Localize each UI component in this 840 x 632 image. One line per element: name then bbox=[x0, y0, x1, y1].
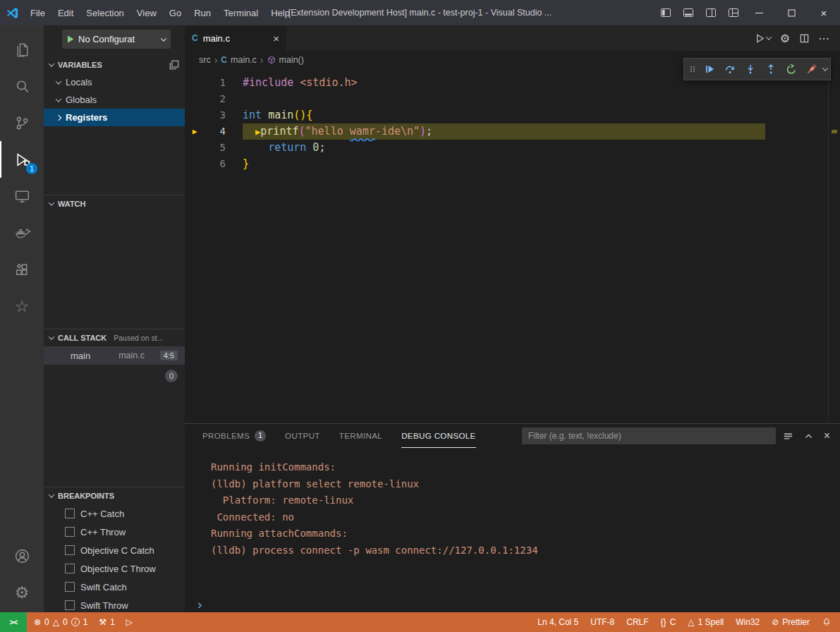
breakpoint-item[interactable]: Objective C Throw bbox=[44, 559, 185, 578]
customize-layout-icon[interactable] bbox=[726, 6, 741, 20]
explorer-icon[interactable] bbox=[0, 31, 44, 68]
console-line[interactable]: Platform: remote-linux bbox=[211, 492, 840, 509]
call-stack-frame[interactable]: main main.c 4:5 bbox=[44, 346, 185, 365]
continue-icon[interactable] bbox=[700, 60, 719, 78]
console-filter-input[interactable] bbox=[522, 427, 776, 444]
spell-checker-status[interactable]: △ 1 Spell bbox=[688, 617, 724, 627]
console-line[interactable]: (lldb) platform select remote-linux bbox=[211, 476, 840, 493]
tab-debug-console[interactable]: DEBUG CONSOLE bbox=[401, 424, 476, 448]
maximize-button[interactable] bbox=[775, 0, 808, 25]
console-line[interactable]: Running attachCommands: bbox=[211, 525, 840, 542]
console-line[interactable]: (lldb) process connect -p wasm connect:/… bbox=[211, 542, 840, 559]
debug-config-dropdown[interactable]: No Configurat bbox=[62, 30, 171, 49]
tools-status[interactable]: ⚒ 1 bbox=[99, 617, 114, 627]
search-icon[interactable] bbox=[0, 68, 44, 104]
menu-edit[interactable]: Edit bbox=[51, 0, 80, 25]
breakpoint-checkbox[interactable] bbox=[65, 582, 75, 592]
close-button[interactable]: × bbox=[808, 0, 840, 25]
run-file-button[interactable] bbox=[755, 33, 771, 44]
console-line[interactable]: Connected: no bbox=[211, 509, 840, 526]
minimize-button[interactable] bbox=[743, 0, 775, 25]
code-line-content[interactable]: } bbox=[243, 156, 249, 172]
variables-header[interactable]: VARIABLES bbox=[44, 56, 185, 73]
code-line[interactable]: ▶4 ▶printf("hello wamr-ide\n"); bbox=[185, 123, 840, 140]
more-actions-icon[interactable]: ··· bbox=[819, 33, 830, 44]
watch-header[interactable]: WATCH bbox=[44, 195, 185, 212]
source-control-icon[interactable] bbox=[0, 104, 44, 141]
debug-status-icon[interactable]: ▷ bbox=[126, 617, 133, 627]
split-editor-icon[interactable] bbox=[799, 33, 810, 44]
restart-icon[interactable] bbox=[782, 60, 801, 78]
remote-explorer-icon[interactable] bbox=[0, 178, 44, 214]
menu-go[interactable]: Go bbox=[163, 0, 188, 25]
code-line-content[interactable]: #include <stdio.h> bbox=[243, 75, 358, 91]
toolbar-drag-handle[interactable] bbox=[687, 60, 698, 78]
tab-terminal[interactable]: TERMINAL bbox=[339, 424, 382, 448]
step-over-icon[interactable] bbox=[721, 60, 739, 78]
tab-main-c[interactable]: C main.c × bbox=[185, 25, 286, 51]
breakpoint-checkbox[interactable] bbox=[65, 564, 75, 573]
breakpoint-checkbox[interactable] bbox=[65, 545, 75, 555]
code-line[interactable]: 6} bbox=[185, 156, 840, 172]
debug-current-line-arrow-icon[interactable]: ▶ bbox=[185, 123, 205, 140]
call-stack-header[interactable]: CALL STACK Paused on st... bbox=[44, 329, 185, 346]
maximize-panel-icon[interactable] bbox=[804, 432, 813, 441]
breakpoint-item[interactable]: Swift Throw bbox=[44, 596, 185, 612]
breadcrumb-folder[interactable]: src bbox=[199, 55, 211, 65]
output-options-icon[interactable] bbox=[783, 431, 793, 442]
breakpoint-item[interactable]: Swift Catch bbox=[44, 578, 185, 596]
docker-icon[interactable] bbox=[0, 214, 44, 251]
eol-indicator[interactable]: CRLF bbox=[626, 617, 648, 627]
step-into-icon[interactable] bbox=[741, 60, 760, 78]
toggle-secondary-sidebar-icon[interactable] bbox=[704, 6, 718, 20]
variables-item-registers[interactable]: Registers bbox=[44, 109, 185, 126]
breakpoint-checkbox[interactable] bbox=[65, 600, 75, 610]
run-and-debug-icon[interactable]: 1 bbox=[0, 141, 44, 178]
overview-ruler[interactable] bbox=[828, 69, 840, 423]
settings-gear-icon[interactable]: ⚙ bbox=[780, 32, 790, 45]
close-panel-icon[interactable]: × bbox=[824, 430, 830, 442]
chevron-down-icon[interactable] bbox=[822, 65, 828, 71]
breakpoint-item[interactable]: Objective C Catch bbox=[44, 541, 185, 559]
encoding-indicator[interactable]: UTF-8 bbox=[590, 617, 614, 627]
cursor-position[interactable]: Ln 4, Col 5 bbox=[537, 617, 578, 627]
breadcrumb-symbol[interactable]: main() bbox=[279, 55, 304, 65]
menu-view[interactable]: View bbox=[130, 0, 163, 25]
step-out-icon[interactable] bbox=[762, 60, 780, 78]
code-line[interactable]: 2 bbox=[185, 91, 840, 107]
close-tab-icon[interactable]: × bbox=[273, 32, 279, 44]
code-editor[interactable]: 1#include <stdio.h>23int main(){▶4 ▶prin… bbox=[185, 69, 840, 423]
debug-console-output[interactable]: Running initCommands:(lldb) platform sel… bbox=[185, 448, 840, 559]
breadcrumb-file[interactable]: main.c bbox=[231, 55, 257, 65]
code-line[interactable]: 3int main(){ bbox=[185, 107, 840, 123]
problems-status[interactable]: ⊗ 0 △ 0 i 1 bbox=[34, 617, 87, 627]
tab-output[interactable]: OUTPUT bbox=[285, 424, 320, 448]
breakpoint-item[interactable]: C++ Throw bbox=[44, 523, 185, 541]
breakpoints-header[interactable]: BREAKPOINTS bbox=[44, 487, 185, 504]
language-mode[interactable]: {} C bbox=[661, 617, 676, 627]
collapse-all-icon[interactable] bbox=[169, 60, 179, 70]
remote-indicator[interactable]: >< bbox=[0, 612, 27, 632]
notifications-bell-icon[interactable] bbox=[822, 617, 832, 627]
variables-item-globals[interactable]: Globals bbox=[44, 91, 185, 109]
console-line[interactable]: Running initCommands: bbox=[211, 459, 840, 476]
formatter-status[interactable]: ⊘ Prettier bbox=[772, 617, 810, 627]
menu-run[interactable]: Run bbox=[188, 0, 217, 25]
menu-terminal[interactable]: Terminal bbox=[217, 0, 264, 25]
code-line-content[interactable]: return 0; bbox=[243, 140, 325, 156]
settings-gear-icon[interactable]: ⚙ bbox=[0, 574, 44, 611]
toggle-primary-sidebar-icon[interactable] bbox=[659, 6, 673, 20]
tab-problems[interactable]: PROBLEMS 1 bbox=[202, 424, 266, 448]
breakpoint-checkbox[interactable] bbox=[65, 527, 75, 537]
accounts-icon[interactable] bbox=[0, 537, 44, 574]
breakpoint-checkbox[interactable] bbox=[65, 509, 75, 518]
platform-indicator[interactable]: Win32 bbox=[736, 617, 760, 627]
star-extension-icon[interactable]: ☆ bbox=[0, 288, 44, 324]
code-line-content[interactable]: ▶printf("hello wamr-ide\n"); bbox=[243, 123, 765, 140]
console-input-prompt[interactable]: › bbox=[197, 597, 202, 611]
code-line[interactable]: 5 return 0; bbox=[185, 140, 840, 156]
breakpoint-item[interactable]: C++ Catch bbox=[44, 504, 185, 523]
disconnect-icon[interactable] bbox=[803, 60, 821, 78]
extensions-icon[interactable] bbox=[0, 251, 44, 288]
variables-item-locals[interactable]: Locals bbox=[44, 73, 185, 91]
